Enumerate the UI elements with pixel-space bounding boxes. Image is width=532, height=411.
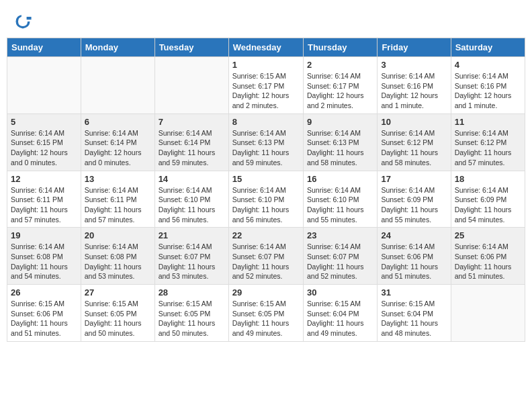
- day-number: 25: [455, 230, 521, 240]
- day-info: Sunrise: 6:15 AM Sunset: 6:17 PM Dayligh…: [232, 71, 300, 111]
- calendar-header-row: SundayMondayTuesdayWednesdayThursdayFrid…: [7, 38, 525, 57]
- day-number: 8: [232, 117, 300, 127]
- calendar-cell: 26Sunrise: 6:15 AM Sunset: 6:06 PM Dayli…: [7, 285, 81, 342]
- calendar-cell: 24Sunrise: 6:14 AM Sunset: 6:06 PM Dayli…: [378, 228, 451, 285]
- day-number: 6: [85, 117, 151, 127]
- day-number: 29: [232, 287, 300, 298]
- calendar-cell: 31Sunrise: 6:15 AM Sunset: 6:04 PM Dayli…: [378, 285, 451, 342]
- day-number: 24: [381, 230, 447, 240]
- day-info: Sunrise: 6:15 AM Sunset: 6:04 PM Dayligh…: [307, 299, 373, 338]
- day-info: Sunrise: 6:14 AM Sunset: 6:13 PM Dayligh…: [232, 128, 300, 168]
- calendar-cell: 1Sunrise: 6:15 AM Sunset: 6:17 PM Daylig…: [228, 57, 303, 114]
- calendar-cell: 23Sunrise: 6:14 AM Sunset: 6:07 PM Dayli…: [303, 228, 377, 285]
- day-number: 21: [159, 230, 225, 240]
- day-info: Sunrise: 6:14 AM Sunset: 6:17 PM Dayligh…: [307, 71, 373, 111]
- calendar-cell: 8Sunrise: 6:14 AM Sunset: 6:13 PM Daylig…: [228, 113, 303, 171]
- calendar-cell: 3Sunrise: 6:14 AM Sunset: 6:16 PM Daylig…: [378, 57, 451, 114]
- day-info: Sunrise: 6:14 AM Sunset: 6:16 PM Dayligh…: [381, 71, 447, 111]
- day-info: Sunrise: 6:14 AM Sunset: 6:11 PM Dayligh…: [85, 185, 151, 225]
- calendar-cell: 7Sunrise: 6:14 AM Sunset: 6:14 PM Daylig…: [154, 113, 228, 171]
- calendar-cell: 18Sunrise: 6:14 AM Sunset: 6:09 PM Dayli…: [451, 171, 525, 228]
- day-number: 19: [11, 230, 77, 240]
- calendar-cell: 4Sunrise: 6:14 AM Sunset: 6:16 PM Daylig…: [451, 57, 525, 114]
- day-info: Sunrise: 6:14 AM Sunset: 6:14 PM Dayligh…: [159, 128, 225, 168]
- day-info: Sunrise: 6:14 AM Sunset: 6:12 PM Dayligh…: [455, 128, 521, 168]
- day-number: 12: [11, 174, 77, 184]
- weekday-header-sunday: Sunday: [7, 38, 81, 57]
- calendar-cell: 10Sunrise: 6:14 AM Sunset: 6:12 PM Dayli…: [378, 113, 451, 171]
- day-info: Sunrise: 6:14 AM Sunset: 6:06 PM Dayligh…: [381, 242, 447, 281]
- weekday-header-wednesday: Wednesday: [228, 38, 303, 57]
- day-info: Sunrise: 6:15 AM Sunset: 6:05 PM Dayligh…: [232, 299, 300, 338]
- calendar-cell: 2Sunrise: 6:14 AM Sunset: 6:17 PM Daylig…: [303, 57, 377, 114]
- day-number: 20: [85, 230, 151, 240]
- day-number: 23: [307, 230, 373, 240]
- calendar-table: SundayMondayTuesdayWednesdayThursdayFrid…: [7, 38, 525, 342]
- day-info: Sunrise: 6:14 AM Sunset: 6:09 PM Dayligh…: [455, 185, 521, 225]
- day-number: 26: [11, 287, 77, 298]
- logo: [13, 12, 34, 31]
- calendar-cell: [451, 285, 525, 342]
- day-number: 30: [307, 287, 373, 298]
- day-info: Sunrise: 6:14 AM Sunset: 6:08 PM Dayligh…: [11, 242, 77, 281]
- day-info: Sunrise: 6:14 AM Sunset: 6:10 PM Dayligh…: [232, 185, 300, 225]
- calendar-cell: 14Sunrise: 6:14 AM Sunset: 6:10 PM Dayli…: [154, 171, 228, 228]
- day-number: 28: [159, 287, 225, 298]
- day-info: Sunrise: 6:15 AM Sunset: 6:06 PM Dayligh…: [11, 299, 77, 338]
- day-number: 16: [307, 174, 373, 184]
- day-info: Sunrise: 6:14 AM Sunset: 6:13 PM Dayligh…: [307, 128, 373, 168]
- day-number: 15: [232, 174, 300, 184]
- day-number: 9: [307, 117, 373, 127]
- day-number: 22: [232, 230, 300, 240]
- day-info: Sunrise: 6:14 AM Sunset: 6:07 PM Dayligh…: [159, 242, 225, 281]
- calendar-cell: [154, 57, 228, 114]
- day-number: 1: [232, 60, 300, 70]
- day-info: Sunrise: 6:14 AM Sunset: 6:14 PM Dayligh…: [85, 128, 151, 168]
- logo-icon: [13, 12, 32, 31]
- day-info: Sunrise: 6:14 AM Sunset: 6:06 PM Dayligh…: [455, 242, 521, 281]
- day-info: Sunrise: 6:14 AM Sunset: 6:12 PM Dayligh…: [381, 128, 447, 168]
- day-number: 4: [455, 60, 521, 70]
- day-number: 2: [307, 60, 373, 70]
- weekday-header-tuesday: Tuesday: [154, 38, 228, 57]
- day-number: 13: [85, 174, 151, 184]
- day-number: 7: [159, 117, 225, 127]
- calendar-cell: 13Sunrise: 6:14 AM Sunset: 6:11 PM Dayli…: [81, 171, 154, 228]
- calendar-cell: 15Sunrise: 6:14 AM Sunset: 6:10 PM Dayli…: [228, 171, 303, 228]
- day-info: Sunrise: 6:14 AM Sunset: 6:10 PM Dayligh…: [307, 185, 373, 225]
- day-number: 10: [381, 117, 447, 127]
- calendar-week-4: 19Sunrise: 6:14 AM Sunset: 6:08 PM Dayli…: [7, 228, 525, 285]
- page-header: [7, 7, 525, 35]
- calendar-cell: 9Sunrise: 6:14 AM Sunset: 6:13 PM Daylig…: [303, 113, 377, 171]
- calendar-cell: 27Sunrise: 6:15 AM Sunset: 6:05 PM Dayli…: [81, 285, 154, 342]
- calendar-cell: [7, 57, 81, 114]
- day-info: Sunrise: 6:14 AM Sunset: 6:16 PM Dayligh…: [455, 71, 521, 111]
- day-info: Sunrise: 6:14 AM Sunset: 6:07 PM Dayligh…: [232, 242, 300, 281]
- calendar-cell: 16Sunrise: 6:14 AM Sunset: 6:10 PM Dayli…: [303, 171, 377, 228]
- calendar-cell: 28Sunrise: 6:15 AM Sunset: 6:05 PM Dayli…: [154, 285, 228, 342]
- day-info: Sunrise: 6:15 AM Sunset: 6:05 PM Dayligh…: [85, 299, 151, 338]
- day-number: 27: [85, 287, 151, 298]
- day-info: Sunrise: 6:14 AM Sunset: 6:15 PM Dayligh…: [11, 128, 77, 168]
- day-number: 11: [455, 117, 521, 127]
- calendar-cell: 30Sunrise: 6:15 AM Sunset: 6:04 PM Dayli…: [303, 285, 377, 342]
- calendar-cell: 29Sunrise: 6:15 AM Sunset: 6:05 PM Dayli…: [228, 285, 303, 342]
- day-info: Sunrise: 6:14 AM Sunset: 6:07 PM Dayligh…: [307, 242, 373, 281]
- calendar-cell: 5Sunrise: 6:14 AM Sunset: 6:15 PM Daylig…: [7, 113, 81, 171]
- weekday-header-saturday: Saturday: [451, 38, 525, 57]
- day-info: Sunrise: 6:14 AM Sunset: 6:10 PM Dayligh…: [159, 185, 225, 225]
- calendar-week-1: 1Sunrise: 6:15 AM Sunset: 6:17 PM Daylig…: [7, 57, 525, 114]
- day-number: 5: [11, 117, 77, 127]
- calendar-week-5: 26Sunrise: 6:15 AM Sunset: 6:06 PM Dayli…: [7, 285, 525, 342]
- day-info: Sunrise: 6:15 AM Sunset: 6:05 PM Dayligh…: [159, 299, 225, 338]
- calendar-cell: 22Sunrise: 6:14 AM Sunset: 6:07 PM Dayli…: [228, 228, 303, 285]
- calendar-week-2: 5Sunrise: 6:14 AM Sunset: 6:15 PM Daylig…: [7, 113, 525, 171]
- calendar-week-3: 12Sunrise: 6:14 AM Sunset: 6:11 PM Dayli…: [7, 171, 525, 228]
- day-number: 17: [381, 174, 447, 184]
- calendar-cell: 20Sunrise: 6:14 AM Sunset: 6:08 PM Dayli…: [81, 228, 154, 285]
- day-info: Sunrise: 6:14 AM Sunset: 6:11 PM Dayligh…: [11, 185, 77, 225]
- calendar-cell: 17Sunrise: 6:14 AM Sunset: 6:09 PM Dayli…: [378, 171, 451, 228]
- calendar-cell: 6Sunrise: 6:14 AM Sunset: 6:14 PM Daylig…: [81, 113, 154, 171]
- day-number: 31: [381, 287, 447, 298]
- calendar-cell: 12Sunrise: 6:14 AM Sunset: 6:11 PM Dayli…: [7, 171, 81, 228]
